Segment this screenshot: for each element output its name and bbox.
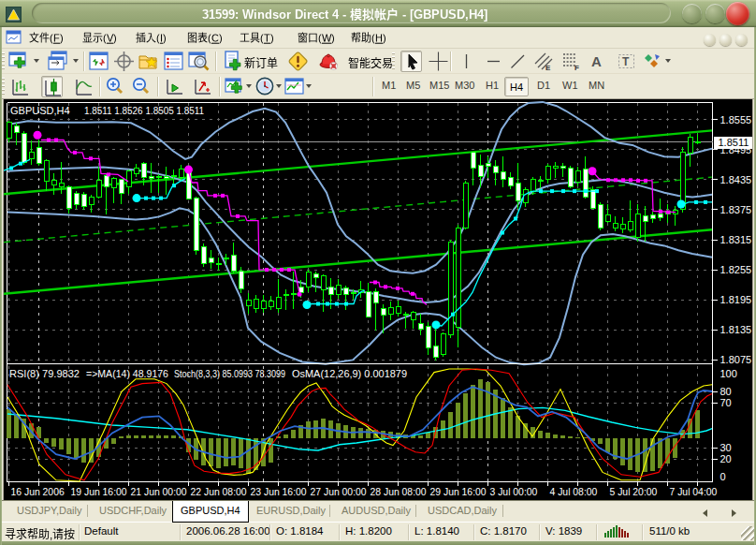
svg-text:Stoch(8,3,3) 85.0993 78.3099: Stoch(8,3,3) 85.0993 78.3099 xyxy=(174,369,285,379)
svg-text:30: 30 xyxy=(720,442,732,453)
svg-text:21 Jun 00:00: 21 Jun 00:00 xyxy=(131,487,187,497)
svg-text:28 Jun 08:00: 28 Jun 08:00 xyxy=(371,487,427,497)
svg-text:1.8315: 1.8315 xyxy=(720,234,752,245)
svg-text:1.8375: 1.8375 xyxy=(720,204,752,215)
svg-text:1.8075: 1.8075 xyxy=(720,354,752,365)
svg-text:1.8435: 1.8435 xyxy=(720,174,752,185)
svg-text:1.8511 1.8526 1.8505 1.8511: 1.8511 1.8526 1.8505 1.8511 xyxy=(84,106,204,116)
svg-text:1.8555: 1.8555 xyxy=(720,114,752,125)
svg-text:3 Jul 00:00: 3 Jul 00:00 xyxy=(490,487,538,497)
svg-text:5 Jul 20:00: 5 Jul 20:00 xyxy=(610,487,658,497)
svg-text:20: 20 xyxy=(720,453,732,464)
svg-text:29 Jun 16:00: 29 Jun 16:00 xyxy=(430,487,487,497)
svg-text:16 Jun 2006: 16 Jun 2006 xyxy=(11,487,65,497)
svg-text:OsMA(12,26,9) 0.001879: OsMA(12,26,9) 0.001879 xyxy=(292,369,407,379)
svg-text:100: 100 xyxy=(720,368,737,379)
svg-text:GBPUSD,H4: GBPUSD,H4 xyxy=(10,105,70,116)
svg-text:1.8135: 1.8135 xyxy=(720,324,752,335)
svg-text:27 Jun 00:00: 27 Jun 00:00 xyxy=(311,487,367,497)
svg-text:70: 70 xyxy=(720,397,732,408)
svg-text:4 Jul 08:00: 4 Jul 08:00 xyxy=(550,487,598,497)
svg-text:19 Jun 16:00: 19 Jun 16:00 xyxy=(71,487,127,497)
svg-text:22 Jun 08:00: 22 Jun 08:00 xyxy=(191,487,247,497)
svg-text:23 Jun 16:00: 23 Jun 16:00 xyxy=(251,487,307,497)
svg-text:80: 80 xyxy=(720,386,732,397)
svg-text:1.8255: 1.8255 xyxy=(720,264,752,275)
svg-text:A: A xyxy=(591,53,602,69)
svg-text:7 Jul 04:00: 7 Jul 04:00 xyxy=(670,487,718,497)
svg-text:T: T xyxy=(622,55,630,68)
svg-text:F: F xyxy=(574,64,579,72)
svg-text:0: 0 xyxy=(720,471,726,482)
svg-text:1.8195: 1.8195 xyxy=(720,294,752,305)
svg-text:=>MA(14) 48.9176: =>MA(14) 48.9176 xyxy=(86,369,168,379)
svg-text:RSI(8) 79.9832: RSI(8) 79.9832 xyxy=(9,369,80,379)
svg-text:E: E xyxy=(545,64,551,72)
svg-text:1.8511: 1.8511 xyxy=(719,137,749,148)
